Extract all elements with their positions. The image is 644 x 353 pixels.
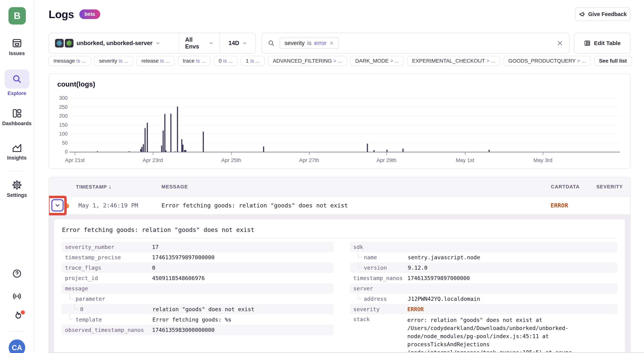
avatar[interactable]: CA [9, 339, 25, 353]
attribute-value: J12PWN42YQ.localdomain [408, 296, 480, 302]
sidebar-item-label: Insights [7, 155, 27, 161]
attribute-key: stack [353, 316, 407, 322]
attribute-value: 1746135979897000000 [407, 275, 470, 281]
insights-icon [12, 142, 22, 153]
attribute-value: 9.12.0 [408, 264, 428, 271]
tree-connector [358, 251, 362, 258]
filter-chip[interactable]: severity is ... [94, 56, 134, 66]
sidebar-item-label: Settings [7, 192, 27, 198]
sidebar-divider [8, 331, 26, 332]
y-axis-tick-label: 200 [52, 113, 68, 119]
filter-chip[interactable]: GOODS_PRODUCTQUERY > ... [504, 56, 591, 66]
column-header-cartdata[interactable]: CARTDATA [551, 177, 580, 196]
table-row[interactable]: May 1, 2:46:19 PM Error fetching goods: … [49, 196, 630, 215]
attribute-value: 0 [152, 264, 155, 271]
search-icon [268, 40, 275, 47]
sort-desc-icon: ↓ [108, 183, 111, 190]
sidebar-item-dashboards[interactable]: Dashboards [0, 108, 34, 127]
detail-attributes-right: sdknamesentry.javascript.nodeversion9.12… [350, 242, 618, 353]
x-axis-tick-label: Apr 27th [299, 157, 319, 163]
beta-badge: beta [79, 10, 100, 19]
column-header-severity[interactable]: SEVERITY [596, 177, 623, 196]
sidebar-item-explore[interactable]: Explore [0, 69, 34, 96]
y-axis-tick-label: 250 [52, 104, 68, 110]
search-filter-token[interactable]: severity is error [280, 38, 339, 49]
gridline [71, 134, 620, 134]
attribute-key: trace_flags [65, 264, 152, 271]
filter-chip[interactable]: 1 is ... [241, 56, 265, 66]
log-count-bar [185, 150, 186, 152]
sidebar-item-settings[interactable]: Settings [0, 180, 34, 198]
node-project-icon [65, 39, 74, 48]
date-range-selector[interactable]: 14D [220, 33, 256, 53]
detail-attribute-row: 0relation "goods" does not exist [62, 304, 334, 314]
sidebar-item-insights[interactable]: Insights [0, 142, 34, 161]
log-count-bar [175, 151, 176, 152]
tree-connector [358, 262, 362, 268]
filter-chip[interactable]: DARK_MODE > ... [350, 56, 404, 66]
detail-attribute-row: timestamp_nanos1746135979897000000 [350, 273, 618, 283]
org-logo[interactable]: B [8, 7, 26, 25]
attribute-key: 0 [80, 306, 152, 312]
chevron-down-icon [156, 41, 160, 46]
filter-chip[interactable]: 0 is ... [214, 56, 238, 66]
column-header-timestamp[interactable]: TIMESTAMP ↓ [76, 177, 111, 196]
detail-attribute-row: namesentry.javascript.node [350, 252, 618, 262]
give-feedback-button[interactable]: Give Feedback [575, 7, 630, 21]
edit-table-button[interactable]: Edit Table [574, 33, 630, 54]
filter-chip[interactable]: trace is ... [178, 56, 210, 66]
chart-plot-area: 050100150200250300Apr 21stApr 23rdApr 25… [71, 98, 620, 152]
column-header-message[interactable]: MESSAGE [162, 177, 188, 196]
see-full-list-button[interactable]: See full list [594, 56, 632, 66]
x-axis-tick-label: Apr 21st [65, 157, 84, 163]
gridline [71, 107, 620, 107]
log-count-bar [203, 132, 204, 152]
token-remove-icon[interactable] [329, 41, 334, 46]
attribute-key: severity_number [65, 244, 152, 250]
log-detail-card: Error fetching goods: relation "goods" d… [54, 219, 625, 353]
sidebar-item-label: Issues [9, 51, 25, 56]
log-count-bar [367, 144, 368, 152]
search-bar[interactable]: severity is error [262, 33, 570, 54]
detail-attribute-row: templateError fetching goods: %s [62, 314, 334, 325]
row-severity: ERROR [550, 196, 568, 214]
gear-icon [12, 180, 22, 190]
sidebar-item-issues[interactable]: Issues [0, 38, 34, 56]
y-axis-tick-label: 50 [52, 140, 68, 146]
dashboards-icon [12, 108, 22, 119]
filter-chip[interactable]: release is ... [136, 56, 175, 66]
broadcast-icon [12, 291, 22, 301]
gridline [71, 143, 620, 143]
log-count-bar [177, 107, 178, 152]
help-button[interactable] [12, 268, 22, 279]
attribute-value: 4509118548606976 [152, 275, 204, 281]
sidebar-item-label: Explore [8, 91, 26, 96]
log-count-bar [182, 145, 184, 152]
gridline [71, 125, 620, 125]
x-axis-tick-label: Apr 23rd [143, 157, 163, 163]
log-count-bar [144, 128, 146, 152]
gridline [71, 116, 620, 116]
attribute-key: version [364, 264, 408, 271]
x-axis-tick [231, 152, 232, 155]
notification-dot [21, 310, 25, 314]
environment-selector[interactable]: All Envs [179, 33, 220, 53]
x-axis-tick [386, 152, 387, 155]
filter-chip[interactable]: ADVANCED_FILTERING > ... [268, 56, 347, 66]
attribute-key: observed_timestamp_nanos [65, 327, 152, 333]
attribute-key: timestamp_nanos [353, 275, 407, 281]
attribute-value: ERROR [407, 306, 424, 312]
broadcast-button[interactable] [12, 291, 22, 301]
attribute-value: 1746135983000000000 [152, 327, 214, 333]
log-count-bar [386, 150, 388, 152]
attribute-value: sentry.javascript.node [408, 254, 480, 261]
project-selector[interactable]: unborked, unborked-server [49, 33, 179, 53]
clear-search-icon[interactable] [556, 40, 564, 47]
logs-count-chart: count(logs) 050100150200250300Apr 21stAp… [48, 74, 630, 169]
detail-attribute-row: sdk [350, 242, 618, 252]
attribute-key: message [65, 285, 152, 292]
filter-chip[interactable]: EXPERIMENTAL_CHECKOUT > ... [407, 56, 500, 66]
filter-chip[interactable]: message is ... [48, 56, 91, 66]
expand-row-button[interactable] [51, 199, 64, 212]
help-icon [12, 268, 22, 279]
